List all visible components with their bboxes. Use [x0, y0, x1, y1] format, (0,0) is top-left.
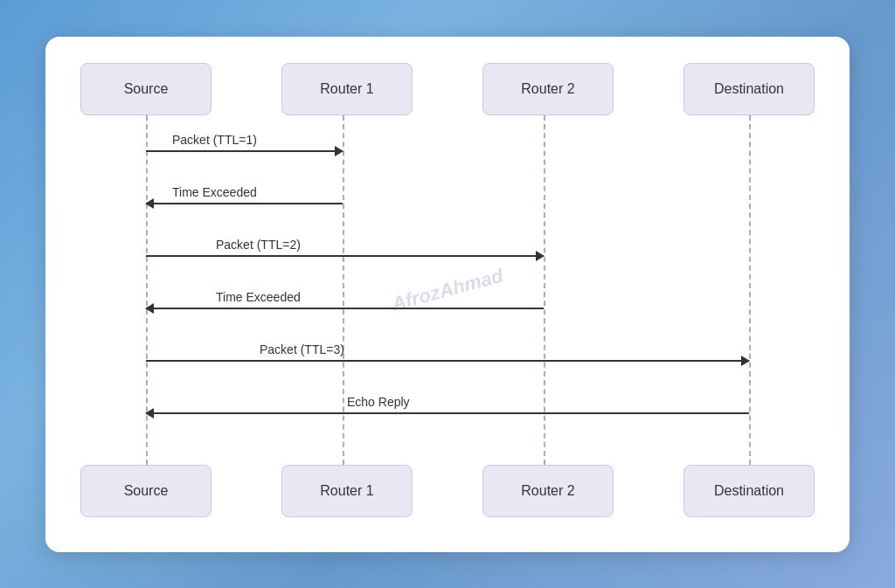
arrowhead-left-2: [145, 303, 154, 314]
arrow-packet-ttl2-line: [146, 255, 544, 257]
arrowhead-left-3: [145, 408, 154, 419]
top-router2-label: Router 2: [521, 81, 574, 97]
arrow-packet-ttl3-label: Packet (TTL=3): [260, 342, 344, 356]
top-router2-node: Router 2: [482, 63, 614, 115]
top-router1-label: Router 1: [320, 81, 373, 97]
bottom-source-label: Source: [124, 483, 169, 499]
top-destination-node: Destination: [683, 63, 815, 115]
top-router1-node: Router 1: [281, 63, 413, 115]
bottom-router2-label: Router 2: [521, 483, 574, 499]
top-source-node: Source: [80, 63, 212, 115]
vline-dest: [749, 115, 751, 465]
arrowhead-right-2: [536, 251, 545, 261]
diagram-container: Source Router 1 Router 2 Destination Pac…: [45, 37, 850, 552]
bottom-nodes-row: Source Router 1 Router 2 Destination: [80, 465, 815, 517]
arrow-time-exceeded-1-line: [146, 203, 343, 204]
top-destination-label: Destination: [714, 81, 784, 97]
arrow-echo-reply-line: [146, 412, 749, 414]
arrow-time-exceeded-2-label: Time Exceeded: [216, 290, 301, 304]
arrow-packet-ttl1-label: Packet (TTL=1): [172, 133, 257, 147]
arrow-time-exceeded-1-label: Time Exceeded: [172, 185, 257, 199]
arrowhead-right-1: [335, 146, 343, 156]
arrow-packet-ttl1-line: [146, 150, 343, 152]
arrow-packet-ttl2-label: Packet (TTL=2): [216, 238, 301, 252]
top-source-label: Source: [124, 81, 169, 97]
top-nodes-row: Source Router 1 Router 2 Destination: [80, 63, 815, 115]
bottom-source-node: Source: [80, 465, 212, 517]
bottom-destination-node: Destination: [683, 465, 815, 517]
sequence-area: Packet (TTL=1) Time Exceeded Packet (TTL…: [80, 115, 815, 465]
bottom-router1-label: Router 1: [320, 483, 373, 499]
arrowhead-right-3: [741, 356, 750, 366]
bottom-router1-node: Router 1: [281, 465, 413, 517]
arrowhead-left-1: [145, 198, 154, 209]
arrow-time-exceeded-2-line: [146, 308, 544, 309]
bottom-destination-label: Destination: [714, 483, 784, 499]
arrow-packet-ttl3-line: [146, 360, 749, 362]
arrow-echo-reply-label: Echo Reply: [347, 395, 410, 409]
bottom-router2-node: Router 2: [482, 465, 614, 517]
